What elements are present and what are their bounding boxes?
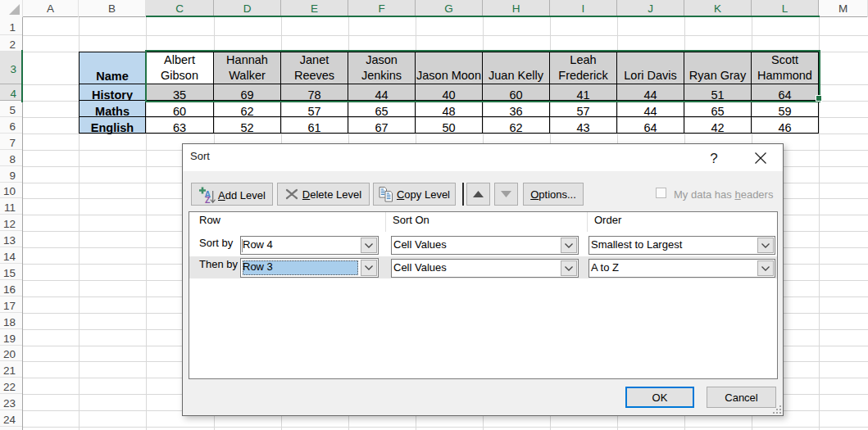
svg-text:Z: Z [205, 195, 211, 205]
